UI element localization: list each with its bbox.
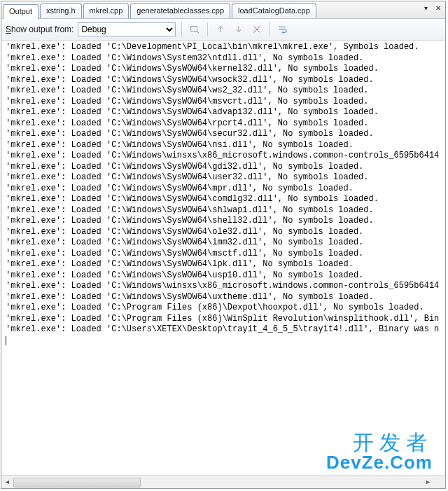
show-output-from-label: Show output from: — [6, 25, 74, 34]
scroll-left-arrow-icon[interactable]: ◄ — [1, 476, 13, 487]
tab-generatetableclasses-cpp[interactable]: generatetableclasses.cpp — [130, 4, 230, 18]
scroll-corner — [434, 475, 445, 488]
scroll-track[interactable] — [13, 476, 422, 487]
tab-close-icon[interactable]: ✕ — [433, 4, 444, 15]
scroll-right-arrow-icon[interactable]: ► — [422, 476, 434, 487]
horizontal-scrollbar[interactable]: ◄ ► — [1, 475, 434, 488]
next-icon[interactable] — [232, 22, 246, 36]
tab-dropdown-icon[interactable]: ▾ — [420, 4, 431, 15]
svg-rect-0 — [191, 27, 197, 32]
output-toolbar: Show output from: Debug — [1, 19, 445, 41]
tab-mkrel-cpp[interactable]: mkrel.cpp — [83, 4, 130, 18]
output-panel: Output xstring.h mkrel.cpp generatetable… — [1, 1, 446, 489]
toggle-word-wrap-icon[interactable] — [276, 22, 290, 36]
scroll-thumb[interactable] — [13, 478, 141, 487]
tab-output[interactable]: Output — [3, 4, 38, 19]
tab-loadcatalogdata-cpp[interactable]: loadCatalogData.cpp — [232, 4, 316, 18]
toolbar-separator — [270, 22, 270, 36]
text-cursor — [6, 336, 6, 345]
output-source-select[interactable]: Debug — [78, 22, 176, 36]
clear-all-icon[interactable] — [250, 22, 264, 36]
toolbar-separator — [181, 22, 182, 36]
find-message-icon[interactable] — [188, 22, 202, 36]
previous-icon[interactable] — [214, 22, 227, 36]
tab-xstring-h[interactable]: xstring.h — [40, 4, 82, 18]
toolbar-separator — [207, 22, 208, 36]
file-tabbar: Output xstring.h mkrel.cpp generatetable… — [1, 1, 445, 19]
output-text-area[interactable]: 'mkrel.exe': Loaded 'C:\Development\PI_L… — [1, 41, 445, 476]
output-content-wrap: 'mkrel.exe': Loaded 'C:\Development\PI_L… — [1, 41, 445, 488]
tabbar-controls: ▾ ✕ — [420, 4, 444, 15]
